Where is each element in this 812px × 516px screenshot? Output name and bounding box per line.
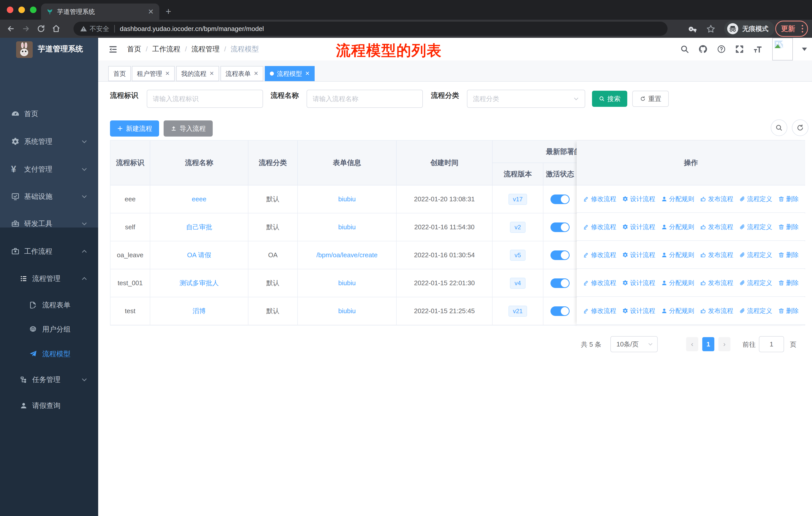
filter-id-input[interactable] <box>147 90 263 108</box>
sidebar-item-process-form[interactable]: 流程表单 <box>0 293 98 317</box>
address-bar[interactable]: 不安全 dashboard.yudao.iocoder.cn/bpm/manag… <box>74 22 668 36</box>
form-link[interactable]: /bpm/oa/leave/create <box>316 251 378 259</box>
close-icon[interactable]: ✕ <box>209 70 214 77</box>
import-process-button[interactable]: 导入流程 <box>164 120 213 137</box>
font-size-icon[interactable] <box>753 45 763 54</box>
action-edit-process[interactable]: 修改流程 <box>583 307 616 315</box>
action-process-definition[interactable]: 流程定义 <box>739 279 772 287</box>
sidebar-item-process-model[interactable]: 流程模型 <box>0 342 98 366</box>
sidebar-fold-icon[interactable] <box>108 45 118 54</box>
sidebar-item-infrastructure[interactable]: 基础设施 <box>0 184 98 209</box>
action-assign-rule[interactable]: 分配规则 <box>661 223 694 231</box>
browser-menu-icon[interactable] <box>802 25 803 32</box>
version-badge[interactable]: v17 <box>509 194 527 205</box>
action-publish-process[interactable]: 发布流程 <box>700 251 733 259</box>
password-key-icon[interactable] <box>689 25 697 34</box>
form-link[interactable]: biubiu <box>338 307 356 315</box>
action-delete[interactable]: 删除 <box>778 279 799 287</box>
update-button[interactable]: 更新 <box>775 21 808 37</box>
process-name-link[interactable]: eeee <box>192 195 206 203</box>
action-assign-rule[interactable]: 分配规则 <box>661 251 694 259</box>
action-publish-process[interactable]: 发布流程 <box>700 279 733 287</box>
window-minimize-button[interactable] <box>18 6 25 13</box>
create-process-button[interactable]: 新建流程 <box>110 120 159 137</box>
tag-my-process[interactable]: 我的流程✕ <box>176 66 219 81</box>
action-design-process[interactable]: 设计流程 <box>622 251 655 259</box>
page-size-select[interactable]: 10条/页 <box>610 336 658 352</box>
show-search-toggle-button[interactable] <box>771 119 787 136</box>
tag-home[interactable]: 首页 <box>108 66 131 81</box>
version-badge[interactable]: v4 <box>510 278 525 289</box>
action-delete[interactable]: 删除 <box>778 251 799 259</box>
search-button[interactable]: 搜索 <box>592 91 627 107</box>
sidebar-item-payment[interactable]: ¥ 支付管理 <box>0 157 98 182</box>
action-assign-rule[interactable]: 分配规则 <box>661 307 694 315</box>
action-assign-rule[interactable]: 分配规则 <box>661 279 694 287</box>
home-icon[interactable] <box>52 24 60 33</box>
fullscreen-icon[interactable] <box>735 45 744 54</box>
forward-icon[interactable] <box>22 24 30 33</box>
search-icon[interactable] <box>680 45 689 54</box>
sidebar-item-leave-query[interactable]: 请假查询 <box>0 393 98 418</box>
window-close-button[interactable] <box>7 6 13 13</box>
version-badge[interactable]: v5 <box>510 250 525 261</box>
active-toggle[interactable] <box>550 278 570 288</box>
tag-process-form[interactable]: 流程表单✕ <box>221 66 263 81</box>
bookmark-star-icon[interactable] <box>706 24 716 34</box>
app-logo-row[interactable]: 芋道管理系统 <box>0 40 98 65</box>
sidebar-item-home[interactable]: 首页 <box>0 101 98 127</box>
process-name-link[interactable]: 测试多审批人 <box>179 279 219 288</box>
close-icon[interactable]: ✕ <box>254 70 258 77</box>
refresh-table-button[interactable] <box>792 119 809 136</box>
reload-icon[interactable] <box>37 24 45 33</box>
form-link[interactable]: biubiu <box>338 195 356 203</box>
action-design-process[interactable]: 设计流程 <box>622 307 655 315</box>
action-process-definition[interactable]: 流程定义 <box>739 251 772 259</box>
help-icon[interactable] <box>717 45 726 54</box>
sidebar-item-devtools[interactable]: 研发工具 <box>0 211 98 236</box>
window-zoom-button[interactable] <box>30 6 36 13</box>
avatar[interactable] <box>772 38 793 60</box>
back-icon[interactable] <box>6 24 15 33</box>
tag-tenant[interactable]: 租户管理✕ <box>132 66 175 81</box>
active-toggle[interactable] <box>550 306 570 316</box>
browser-tab[interactable]: 芋道管理系统 ✕ <box>41 3 159 20</box>
current-page-button[interactable]: 1 <box>702 337 714 351</box>
tab-close-icon[interactable]: ✕ <box>148 7 154 16</box>
active-toggle[interactable] <box>550 194 570 204</box>
filter-name-input[interactable] <box>307 90 423 108</box>
action-edit-process[interactable]: 修改流程 <box>583 251 616 259</box>
version-badge[interactable]: v2 <box>510 222 525 233</box>
action-process-definition[interactable]: 流程定义 <box>739 307 772 315</box>
sidebar-item-process-mgmt[interactable]: 流程管理 <box>0 266 98 291</box>
action-design-process[interactable]: 设计流程 <box>622 195 655 203</box>
breadcrumb-item[interactable]: 工作流程 <box>152 44 180 54</box>
sidebar-item-system[interactable]: 系统管理 <box>0 129 98 154</box>
security-chip[interactable]: 不安全 <box>80 24 109 33</box>
process-name-link[interactable]: 自己审批 <box>186 223 212 232</box>
breadcrumb-item[interactable]: 首页 <box>127 44 141 54</box>
prev-page-button[interactable]: ‹ <box>686 337 698 351</box>
close-icon[interactable]: ✕ <box>305 70 310 77</box>
action-process-definition[interactable]: 流程定义 <box>739 223 772 231</box>
form-link[interactable]: biubiu <box>338 279 356 287</box>
goto-page-input[interactable] <box>759 336 784 352</box>
action-delete[interactable]: 删除 <box>778 223 799 231</box>
form-link[interactable]: biubiu <box>338 223 356 231</box>
active-toggle[interactable] <box>550 250 570 260</box>
sidebar-item-user-group[interactable]: 用户分组 <box>0 317 98 342</box>
reset-button[interactable]: 重置 <box>632 91 669 107</box>
process-name-link[interactable]: 滔博 <box>193 307 206 316</box>
github-icon[interactable] <box>698 44 708 54</box>
sidebar-item-workflow[interactable]: 工作流程 <box>0 239 98 264</box>
breadcrumb-item[interactable]: 流程管理 <box>192 44 220 54</box>
new-tab-button[interactable]: + <box>166 7 171 15</box>
action-publish-process[interactable]: 发布流程 <box>700 307 733 315</box>
action-design-process[interactable]: 设计流程 <box>622 223 655 231</box>
next-page-button[interactable]: › <box>718 337 730 351</box>
active-toggle[interactable] <box>550 222 570 232</box>
action-edit-process[interactable]: 修改流程 <box>583 279 616 287</box>
tag-process-model[interactable]: 流程模型✕ <box>265 66 315 81</box>
action-edit-process[interactable]: 修改流程 <box>583 195 616 203</box>
process-name-link[interactable]: OA 请假 <box>187 251 211 260</box>
